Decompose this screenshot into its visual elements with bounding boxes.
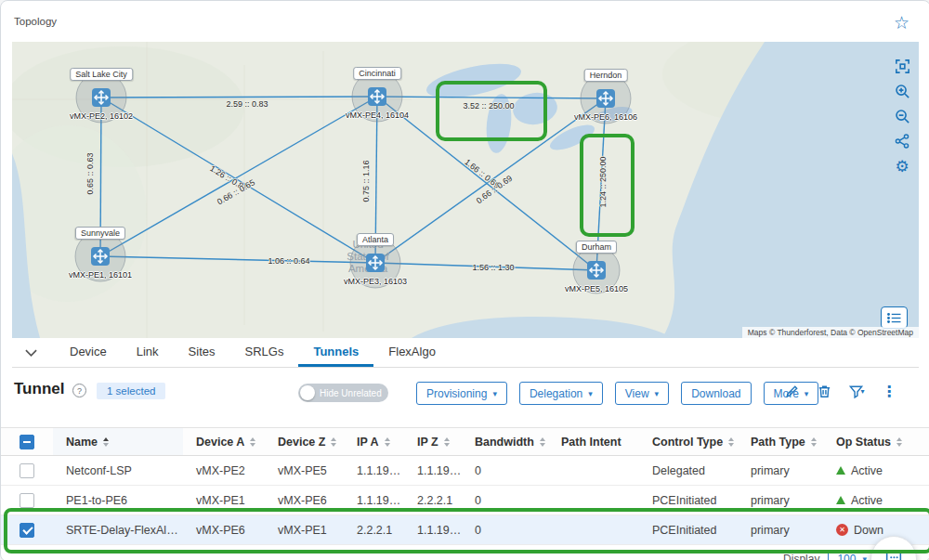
tab-link[interactable]: Link	[122, 338, 174, 367]
caret-down-icon: ▾	[862, 554, 867, 560]
tunnel-toolbar: Tunnel ? 1 selected Hide Unrelated Provi…	[1, 371, 929, 414]
collapse-chevron-icon[interactable]	[25, 338, 44, 367]
router-icon	[91, 87, 111, 108]
status-icon	[836, 524, 848, 536]
cell-bandwidth: 0	[462, 494, 548, 507]
help-icon[interactable]: ?	[72, 384, 86, 397]
node-label: vMX-PE1, 16101	[69, 270, 132, 280]
router-icon	[586, 260, 607, 280]
cell-path-type: primary	[738, 494, 823, 507]
sort-icon	[896, 437, 902, 447]
favorite-star-icon[interactable]: ☆	[894, 12, 909, 33]
edit-pencil-icon[interactable]	[782, 382, 801, 400]
gear-icon[interactable]: ⚙	[893, 157, 911, 176]
city-label: Durham	[576, 241, 617, 254]
delegation-button[interactable]: Delegation▾	[519, 382, 603, 405]
column-header-ip-a[interactable]: IP A	[344, 436, 404, 449]
cell-path-type: primary	[738, 524, 823, 537]
row-checkbox[interactable]	[20, 523, 34, 538]
cell-control-type: Delegated	[639, 464, 738, 477]
router-icon	[90, 246, 111, 267]
legend-toggle-button[interactable]	[881, 306, 908, 329]
row-checkbox[interactable]	[20, 493, 34, 508]
column-header-name[interactable]: Name	[53, 428, 183, 455]
link-label[interactable]: 0.65 :: 0.63	[85, 152, 95, 194]
table-footer: Display 100▾	[783, 550, 876, 560]
hide-unrelated-toggle[interactable]: Hide Unrelated	[298, 384, 388, 402]
delete-trash-icon[interactable]	[815, 382, 833, 400]
page-size-select[interactable]: 100▾	[828, 550, 876, 560]
column-header-control-type[interactable]: Control Type	[639, 436, 738, 449]
kebab-menu-icon[interactable]: ⋮	[880, 382, 898, 400]
zoom-out-icon[interactable]	[893, 107, 911, 125]
column-header-op-status[interactable]: Op Status	[823, 436, 929, 449]
link-label[interactable]: 1.24 :: 250.00	[598, 156, 608, 207]
topology-map[interactable]: United States of America	[12, 42, 919, 338]
cell-ip-a: 1.1.192.0	[344, 494, 404, 507]
cell-device-z: vMX-PE1	[265, 524, 344, 537]
tab-sites[interactable]: Sites	[174, 338, 230, 367]
column-header-bandwidth[interactable]: Bandwidth	[462, 436, 548, 449]
share-icon[interactable]	[893, 132, 911, 150]
link-label[interactable]: 1.56 :: 1.30	[472, 263, 514, 272]
sort-icon	[728, 437, 734, 447]
cell-bandwidth: 0	[462, 524, 548, 537]
city-label: Sunnyvale	[75, 227, 125, 240]
selected-count-badge: 1 selected	[97, 383, 165, 399]
download-button[interactable]: Download	[681, 382, 751, 405]
filter-funnel-icon[interactable]: ▾	[847, 382, 866, 400]
table-row[interactable]: PE1-to-PE6 vMX-PE1 vMX-PE6 1.1.192.0 2.2…	[1, 486, 929, 515]
link-label[interactable]: 3.52 :: 250.00	[463, 101, 514, 111]
row-checkbox[interactable]	[20, 463, 34, 478]
column-header-ip-z[interactable]: IP Z	[404, 436, 462, 449]
cell-path-type: primary	[738, 464, 823, 477]
caret-down-icon: ▾	[492, 389, 497, 398]
cell-device-z: vMX-PE5	[265, 464, 344, 477]
cell-device-z: vMX-PE6	[265, 494, 344, 507]
caret-down-icon: ▾	[655, 389, 660, 398]
tab-tunnels[interactable]: Tunnels	[298, 338, 373, 367]
provisioning-button[interactable]: Provisioning▾	[416, 382, 507, 405]
display-label: Display	[783, 553, 819, 560]
status-text: Active	[851, 464, 883, 477]
link-label[interactable]: 2.59 :: 0.83	[226, 99, 268, 109]
cell-ip-z: 1.1.192.0	[404, 524, 462, 537]
table-row[interactable]: Netconf-LSP vMX-PE2 vMX-PE5 1.1.192.2 1.…	[1, 456, 929, 486]
link-label[interactable]: 0.75 :: 1.16	[361, 160, 371, 202]
tab-device[interactable]: Device	[55, 338, 122, 367]
cell-device-a: vMX-PE1	[183, 494, 265, 507]
cell-control-type: PCEInitiated	[639, 524, 738, 537]
status-icon	[836, 496, 845, 504]
tab-srlgs[interactable]: SRLGs	[230, 338, 299, 367]
link-label[interactable]: 1.06 :: 0.64	[268, 256, 309, 266]
router-icon	[595, 88, 616, 109]
cell-bandwidth: 0	[462, 464, 548, 477]
status-text: Down	[854, 524, 883, 537]
cell-ip-z: 1.1.192.1	[404, 464, 462, 477]
column-header-path-intent[interactable]: Path Intent	[548, 436, 639, 449]
tab-flexalgo[interactable]: FlexAlgo	[373, 338, 451, 367]
city-label: Salt Lake City	[70, 68, 133, 81]
cell-ip-a: 1.1.192.2	[344, 464, 404, 477]
caret-down-icon: ▾	[860, 387, 864, 396]
city-label: Cincinnati	[353, 67, 401, 80]
node-label: vMX-PE4, 16104	[346, 111, 409, 120]
cell-name: Netconf-LSP	[53, 464, 183, 477]
select-all-checkbox[interactable]	[20, 435, 34, 449]
view-button[interactable]: View▾	[615, 382, 669, 405]
sort-icon	[540, 437, 545, 447]
status-icon	[836, 466, 845, 475]
cell-name: SRTE-Delay-FlexAlgo-128	[53, 524, 183, 537]
zoom-in-icon[interactable]	[893, 82, 911, 100]
fit-screen-icon[interactable]	[893, 57, 911, 75]
column-header-device-z[interactable]: Device Z	[265, 436, 344, 449]
caret-down-icon: ▾	[588, 389, 593, 398]
sort-icon	[385, 437, 390, 447]
topology-links	[12, 42, 919, 338]
column-header-device-a[interactable]: Device A	[183, 436, 265, 449]
cell-device-a: vMX-PE6	[183, 524, 265, 537]
column-header-path-type[interactable]: Path Type	[738, 436, 823, 449]
page-title: Topology	[14, 16, 57, 27]
table-row[interactable]: SRTE-Delay-FlexAlgo-128 vMX-PE6 vMX-PE1 …	[1, 515, 929, 545]
city-label: Herndon	[584, 69, 628, 82]
